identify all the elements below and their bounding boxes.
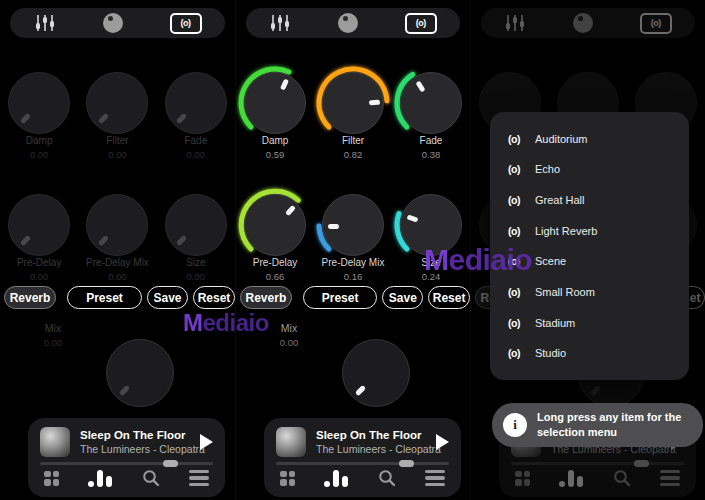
mix-knob[interactable] [106, 339, 174, 407]
mix-readout: Mix 0.00 [28, 322, 78, 348]
knob-indicator-dot [416, 80, 426, 92]
grid-icon[interactable] [280, 471, 295, 486]
reset-button[interactable]: Reset [428, 286, 470, 309]
album-art[interactable] [40, 427, 70, 457]
grid-icon[interactable] [44, 471, 59, 486]
knob-indicator-dot [280, 79, 289, 91]
reverb-room-icon: (o) [508, 163, 520, 175]
knob-damp[interactable]: Damp 0.00 [0, 64, 78, 160]
now-playing-card[interactable]: Sleep On The Floor The Lumineers - Cleop… [28, 418, 225, 497]
knob-fade[interactable]: Fade 0.00 [157, 64, 235, 160]
reverb-room-icon: (o) [508, 225, 520, 237]
knob-body [8, 72, 70, 134]
reverb-tab-icon[interactable]: (o) [405, 13, 437, 34]
knob-body [400, 72, 462, 134]
track-artist: The Lumineers - Cleopatra [80, 443, 200, 455]
search-icon[interactable] [142, 469, 160, 487]
equalizer-tab-icon[interactable] [269, 14, 291, 32]
equalizer-bars-icon[interactable] [324, 469, 348, 487]
knob-indicator-dot [98, 113, 109, 124]
menu-item-auditorium[interactable]: (o) Auditorium [490, 124, 689, 153]
reverb-button[interactable]: Reverb [240, 286, 292, 309]
knob-size[interactable]: Size 0.00 [157, 186, 235, 282]
reset-button[interactable]: Reset [193, 286, 235, 309]
screen-reverb-initial: (o) Damp 0.00 Filter 0.00 Fade 0.00 [0, 0, 235, 500]
reverb-room-icon: (o) [508, 133, 520, 145]
knob-body [106, 339, 174, 407]
knob-value: 0.66 [266, 271, 285, 282]
knob-body [244, 72, 306, 134]
knob-pre-delay[interactable]: Pre-Delay 0.00 [0, 186, 78, 282]
knob-indicator-dot [20, 113, 31, 124]
knob-filter[interactable]: Filter 0.82 [314, 64, 392, 160]
knob-value: 0.00 [30, 149, 49, 160]
play-button[interactable] [436, 434, 449, 450]
knob-pre-delay-mix[interactable]: Pre-Delay Mix 0.00 [78, 186, 156, 282]
knob-value: 0.00 [30, 271, 49, 282]
knob-body [244, 194, 306, 256]
knob-indicator-dot [327, 224, 338, 229]
knob-value: 0.38 [422, 149, 441, 160]
album-art[interactable] [276, 427, 306, 457]
search-icon[interactable] [378, 469, 396, 487]
knob-indicator-dot [98, 235, 109, 246]
knob-body [8, 194, 70, 256]
knob-size[interactable]: Size 0.24 [392, 186, 470, 282]
reverb-button[interactable]: Reverb [4, 286, 56, 309]
knob-filter[interactable]: Filter 0.00 [78, 64, 156, 160]
mix-readout: Mix 0.00 [264, 322, 314, 348]
menu-item-echo[interactable]: (o) Echo [490, 155, 689, 184]
save-button[interactable]: Save [382, 286, 423, 309]
knob-body [322, 72, 384, 134]
preset-button[interactable]: Preset [303, 286, 378, 309]
equalizer-tab-icon[interactable] [34, 14, 56, 32]
knob-body [400, 194, 462, 256]
knob-tab-icon[interactable] [103, 13, 123, 33]
track-title: Sleep On The Floor [80, 429, 200, 441]
menu-item-great-hall[interactable]: (o) Great Hall [490, 185, 689, 214]
knob-fade[interactable]: Fade 0.38 [392, 64, 470, 160]
knob-value: 0.00 [187, 149, 206, 160]
progress-bar[interactable] [40, 462, 213, 465]
knob-value: 0.00 [108, 149, 127, 160]
menu-item-light-reverb[interactable]: (o) Light Reverb [490, 216, 689, 245]
reverb-room-icon: (o) [508, 194, 520, 206]
reverb-room-icon: (o) [508, 255, 520, 267]
save-button[interactable]: Save [147, 286, 188, 309]
knob-damp[interactable]: Damp 0.59 [236, 64, 314, 160]
knob-pre-delay[interactable]: Pre-Delay 0.66 [236, 186, 314, 282]
effect-tab-bar: (o) [10, 8, 225, 38]
menu-item-scene[interactable]: (o) Scene [490, 247, 689, 276]
list-menu-icon[interactable] [189, 470, 209, 487]
action-button-row: Reverb Preset Save Reset [0, 286, 235, 309]
bottom-nav [44, 466, 209, 490]
app-screenshots-strip: (o) Damp 0.00 Filter 0.00 Fade 0.00 [0, 0, 705, 500]
knob-value: 0.16 [344, 271, 363, 282]
knob-body [342, 339, 410, 407]
knob-value: 0.24 [422, 271, 441, 282]
knob-pre-delay-mix[interactable]: Pre-Delay Mix 0.16 [314, 186, 392, 282]
action-button-row: Reverb Preset Save Reset [236, 286, 470, 309]
preset-button[interactable]: Preset [67, 286, 142, 309]
info-icon: i [503, 413, 527, 437]
now-playing-card[interactable]: Sleep On The Floor The Lumineers - Cleop… [264, 418, 461, 497]
play-button[interactable] [200, 434, 213, 450]
menu-item-small-room[interactable]: (o) Small Room [490, 278, 689, 307]
mix-knob[interactable] [342, 339, 410, 407]
equalizer-bars-icon[interactable] [88, 469, 112, 487]
preset-selection-menu: (o) Auditorium (o) Echo (o) Great Hall (… [490, 112, 689, 380]
knob-value: 0.00 [108, 271, 127, 282]
knob-tab-icon[interactable] [338, 13, 358, 33]
knob-indicator-dot [176, 113, 187, 124]
reverb-room-icon: (o) [508, 317, 520, 329]
effect-tab-bar: (o) [246, 8, 460, 38]
hint-text: Long press any item for the selection me… [537, 410, 692, 440]
knob-indicator-dot [118, 385, 129, 396]
menu-item-stadium[interactable]: (o) Stadium [490, 308, 689, 337]
mix-label: Mix [28, 322, 78, 334]
progress-bar[interactable] [276, 462, 449, 465]
track-artist: The Lumineers - Cleopatra [316, 443, 436, 455]
menu-item-studio[interactable]: (o) Studio [490, 339, 689, 368]
list-menu-icon[interactable] [425, 470, 445, 487]
reverb-tab-icon[interactable]: (o) [170, 13, 202, 34]
